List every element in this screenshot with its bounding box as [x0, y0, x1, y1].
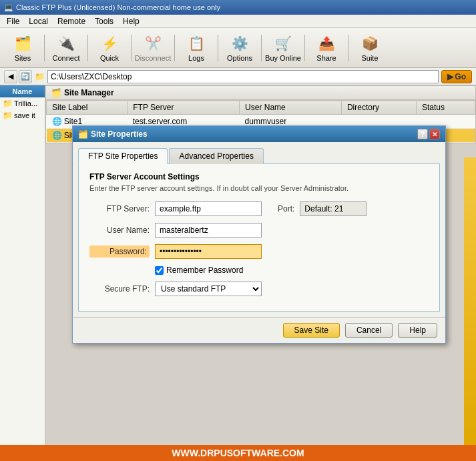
col-ftp-server: FTP Server — [128, 101, 240, 115]
right-decorative-bar — [464, 157, 476, 445]
site-manager-title: Site Manager — [64, 88, 114, 97]
logs-button[interactable]: 📋 Logs — [178, 31, 215, 65]
suite-label: Suite — [361, 54, 378, 62]
port-input[interactable] — [300, 201, 367, 216]
site-manager-titlebar: 🗂️ Site Manager — [46, 86, 475, 100]
remember-password-checkbox[interactable] — [155, 266, 164, 275]
col-status: Status — [417, 101, 475, 115]
help-button[interactable]: Help — [398, 323, 437, 338]
menu-local[interactable]: Local — [25, 16, 52, 27]
buy-online-label: Buy Online — [265, 54, 301, 62]
menu-remote[interactable]: Remote — [53, 16, 89, 27]
connect-button[interactable]: 🔌 Connect — [47, 31, 85, 65]
remember-password-row: Remember Password — [155, 266, 429, 275]
password-row: Password: — [89, 244, 429, 259]
dialog-title: Site Properties — [91, 129, 148, 139]
port-label: Port: — [278, 204, 294, 213]
ftp-server-label: FTP Server: — [89, 204, 150, 213]
col-user-name: User Name — [240, 101, 342, 115]
dialog-controls: ? ✕ — [417, 129, 440, 139]
sites-label: Sites — [15, 54, 31, 62]
toolbar-sep-7 — [304, 35, 305, 61]
address-bar: ◀ 🔄 📁 ▶ Go — [0, 68, 476, 85]
options-label: Options — [227, 54, 252, 62]
ftp-server-input[interactable] — [155, 201, 262, 216]
options-icon: ⚙️ — [230, 34, 249, 53]
panel-header: Name — [0, 85, 45, 97]
suite-button[interactable]: 📦 Suite — [351, 31, 389, 65]
options-button[interactable]: ⚙️ Options — [221, 31, 258, 65]
nav-icons: ◀ 🔄 — [4, 70, 32, 83]
folder-icon-1: 📁 — [3, 99, 13, 108]
toolbar-sep-6 — [261, 35, 262, 61]
col-site-label: Site Label — [47, 101, 128, 115]
menu-tools[interactable]: Tools — [91, 16, 117, 27]
tab-ftp-properties[interactable]: FTP Site Properties — [78, 148, 168, 164]
address-input[interactable] — [47, 70, 439, 83]
title-bar: 💻 Classic FTP Plus (Unlicensed) Non-comm… — [0, 0, 476, 15]
sites-button[interactable]: 🗂️ Sites — [4, 31, 41, 65]
menu-bar: File Local Remote Tools Help — [0, 15, 476, 28]
ftp-server-row: FTP Server: Port: — [89, 201, 429, 216]
menu-help[interactable]: Help — [119, 16, 144, 27]
left-panel: Name 📁 Trillia... 📁 save it — [0, 85, 45, 461]
suite-icon: 📦 — [361, 34, 379, 53]
quick-button[interactable]: ⚡ Quick — [91, 31, 128, 65]
tree-label-saveit: save it — [14, 111, 35, 119]
save-site-button[interactable]: Save Site — [283, 323, 340, 338]
tree-item-saveit[interactable]: 📁 save it — [0, 109, 45, 121]
globe-icon-2: 🌐 — [52, 131, 62, 140]
disconnect-icon: ✂️ — [144, 34, 162, 53]
share-button[interactable]: 📤 Share — [308, 31, 345, 65]
dialog-body: FTP Site Properties Advanced Properties … — [73, 142, 445, 317]
back-button[interactable]: ◀ — [4, 70, 17, 83]
toolbar-sep-4 — [174, 35, 175, 61]
connect-label: Connect — [53, 54, 80, 62]
username-row: User Name: — [89, 223, 429, 238]
dialog-close-button[interactable]: ✕ — [429, 129, 440, 139]
go-button[interactable]: ▶ Go — [441, 70, 472, 83]
col-directory: Directory — [341, 101, 416, 115]
folder-icon: 📁 — [35, 72, 45, 81]
dialog-help-button[interactable]: ? — [417, 129, 428, 139]
app-icon: 💻 — [4, 3, 13, 12]
sites-icon: 🗂️ — [13, 34, 32, 53]
password-label: Password: — [89, 246, 150, 258]
dialog-footer: Save Site Cancel Help — [73, 317, 445, 343]
logs-label: Logs — [188, 54, 204, 62]
form-section-title: FTP Server Account Settings — [89, 172, 429, 181]
tree-label-trillia: Trillia... — [14, 99, 37, 107]
disconnect-button[interactable]: ✂️ Disconnect — [134, 31, 172, 65]
site-properties-dialog: 🗂️ Site Properties ? ✕ FTP Site Properti… — [72, 125, 446, 344]
toolbar-sep-1 — [44, 35, 45, 61]
secure-ftp-row: Secure FTP: Use standard FTP — [89, 282, 429, 296]
username-label: User Name: — [89, 225, 150, 235]
connect-icon: 🔌 — [57, 34, 75, 53]
folder-icon-2: 📁 — [3, 111, 13, 120]
dialog-titlebar: 🗂️ Site Properties ? ✕ — [73, 126, 445, 142]
menu-file[interactable]: File — [3, 16, 23, 27]
secure-ftp-select[interactable]: Use standard FTP — [155, 282, 262, 296]
dialog-tabs: FTP Site Properties Advanced Properties — [78, 147, 440, 164]
go-icon: ▶ — [447, 72, 453, 81]
dialog-icon: 🗂️ — [78, 129, 88, 139]
forward-button[interactable]: 🔄 — [19, 70, 32, 83]
username-input[interactable] — [155, 223, 262, 238]
share-icon: 📤 — [317, 34, 336, 53]
password-input[interactable] — [155, 244, 262, 259]
title-text: Classic FTP Plus (Unlicensed) Non-commer… — [16, 3, 220, 11]
tab-advanced-properties[interactable]: Advanced Properties — [169, 148, 263, 164]
cancel-button[interactable]: Cancel — [345, 323, 393, 338]
share-label: Share — [316, 54, 336, 62]
quick-icon: ⚡ — [100, 34, 119, 53]
buy-online-icon: 🛒 — [274, 34, 292, 53]
quick-label: Quick — [100, 54, 119, 62]
form-area: FTP Server Account Settings Enter the FT… — [78, 164, 440, 312]
toolbar-sep-8 — [348, 35, 348, 61]
secure-ftp-label: Secure FTP: — [89, 284, 150, 294]
buy-online-button[interactable]: 🛒 Buy Online — [264, 31, 302, 65]
logs-icon: 📋 — [187, 34, 206, 53]
bottom-bar-text: WWW.DRPUSOFTWARE.COM — [172, 448, 304, 458]
tree-item-trillia[interactable]: 📁 Trillia... — [0, 97, 45, 109]
toolbar: 🗂️ Sites 🔌 Connect ⚡ Quick ✂️ Disconnect… — [0, 28, 476, 68]
